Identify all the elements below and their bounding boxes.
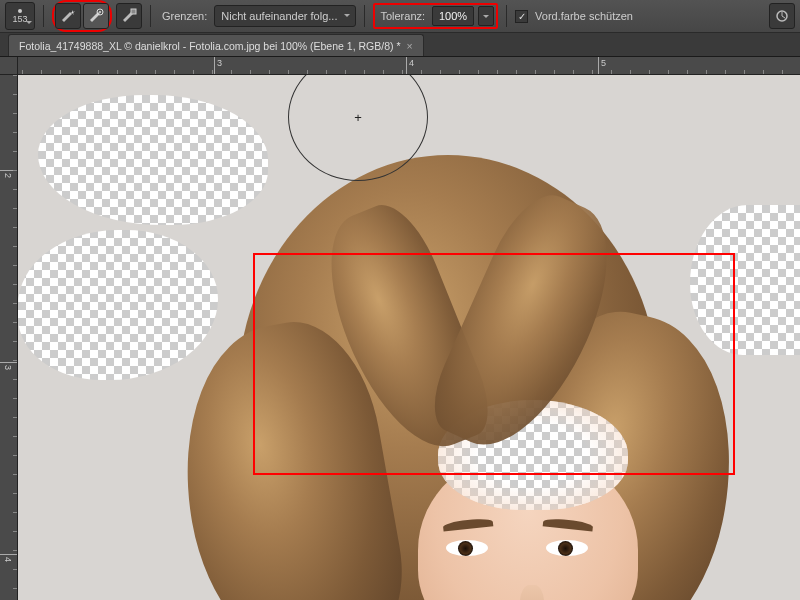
brush-sparkle-icon xyxy=(60,8,76,24)
eye xyxy=(446,540,488,556)
document-tab-bar: Fotolia_41749888_XL © danielkrol - Fotol… xyxy=(0,33,800,57)
ruler-origin[interactable] xyxy=(0,57,18,75)
tolerance-stepper[interactable] xyxy=(478,6,494,26)
close-tab-button[interactable]: × xyxy=(407,40,413,52)
sampling-mode-highlight xyxy=(52,0,112,32)
brush-swatch-icon xyxy=(121,8,137,24)
document-tab[interactable]: Fotolia_41749888_XL © danielkrol - Fotol… xyxy=(8,34,424,56)
limits-dropdown[interactable]: Nicht aufeinander folg... xyxy=(214,5,356,27)
brush-preset-picker[interactable]: 153 xyxy=(5,2,35,30)
separator xyxy=(150,5,151,27)
separator xyxy=(364,5,365,27)
options-bar: 153 Grenzen: Nicht aufeinander folg... T… xyxy=(0,0,800,33)
limits-label: Grenzen: xyxy=(159,10,210,22)
separator xyxy=(43,5,44,27)
pressure-toggle-button[interactable] xyxy=(769,3,795,29)
canvas[interactable] xyxy=(18,75,800,600)
tolerance-highlight: Toleranz: xyxy=(373,3,498,29)
svg-point-1 xyxy=(99,11,101,13)
pen-pressure-icon xyxy=(774,8,790,24)
separator xyxy=(506,5,507,27)
ruler-horizontal[interactable]: 345 xyxy=(18,57,800,75)
limits-value: Nicht aufeinander folg... xyxy=(221,10,337,22)
sampling-continuous-button[interactable] xyxy=(55,3,81,29)
workspace: 345 234 xyxy=(0,57,800,600)
svg-rect-2 xyxy=(131,9,136,14)
eye xyxy=(546,540,588,556)
sampling-swatch-button[interactable] xyxy=(116,3,142,29)
protect-foreground-label: Vord.farbe schützen xyxy=(532,10,636,22)
sampling-once-button[interactable] xyxy=(83,3,109,29)
brush-dot-icon xyxy=(18,9,22,13)
document-tab-title: Fotolia_41749888_XL © danielkrol - Fotol… xyxy=(19,40,401,52)
protect-foreground-checkbox[interactable]: ✓ xyxy=(515,10,528,23)
tolerance-input[interactable] xyxy=(432,6,474,26)
brush-target-icon xyxy=(88,8,104,24)
ruler-vertical[interactable]: 234 xyxy=(0,75,18,600)
portrait-image xyxy=(148,135,768,600)
tolerance-label: Toleranz: xyxy=(377,10,428,22)
brush-size-value: 153 xyxy=(12,14,27,24)
